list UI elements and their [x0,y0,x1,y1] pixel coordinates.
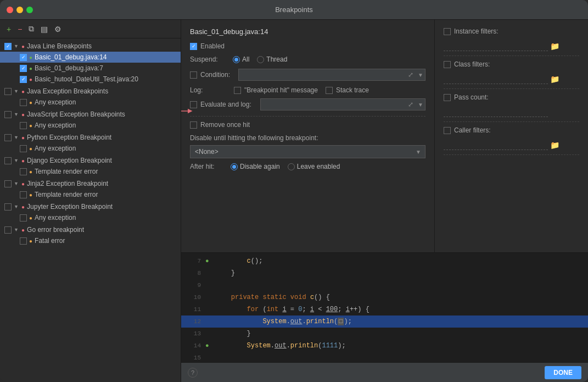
class-filters-folder-button[interactable]: 📁 [550,75,559,84]
instance-filters-text: Instance filters: [454,27,499,35]
item-checkbox-template-err-1[interactable] [20,168,27,175]
condition-expand-button[interactable]: ⤢ [408,71,413,79]
group-label-jinja-exception: Jinja2 Exception Breakpoint [27,180,108,187]
caller-filters-label[interactable]: Caller filters: [444,126,491,134]
tree-group-header-jupyter-exception[interactable]: ▼ ● Jupyter Exception Breakpoint [0,201,181,212]
instance-filters-folder-button[interactable]: 📁 [550,42,559,51]
instance-filters-input[interactable] [444,41,548,51]
breakpoint-item-any-ex-1[interactable]: ● Any exception [0,97,181,108]
item-checkbox-any-ex-1[interactable] [20,99,27,106]
tree-group-header-python-exception[interactable]: ▼ ● Python Exception Breakpoint [0,132,181,143]
breakpoint-item-template-err-2[interactable]: ● Template render error [0,189,181,200]
after-hit-leave-label: Leave enabled [297,163,340,170]
breakpoint-item-any-ex-2[interactable]: ● Any exception [0,120,181,131]
remove-once-hit-label[interactable]: Remove once hit [190,121,250,129]
close-button[interactable] [7,7,13,13]
suspend-all-option[interactable]: All [233,56,249,63]
item-checkbox-any-ex-4[interactable] [20,214,27,222]
instance-filters-label[interactable]: Instance filters: [444,27,499,35]
condition-checkbox[interactable] [190,71,197,79]
copy-breakpoint-button[interactable]: ⧉ [26,23,36,35]
instance-filters-checkbox[interactable] [444,28,451,35]
after-hit-disable-option[interactable]: Disable again [231,163,280,170]
tree-group-header-jinja-exception[interactable]: ▼ ● Jinja2 Exception Breakpoint [0,178,181,189]
log-breakpoint-hit-checkbox[interactable] [234,87,241,94]
group-checkbox-js-exception[interactable] [4,111,12,118]
evaluate-dropdown-button[interactable]: ▼ [418,102,423,108]
settings-button[interactable]: ⚙ [52,24,64,35]
breakpoint-item-fatal-err[interactable]: ● Fatal error [0,235,181,246]
group-checkbox-jinja-exception[interactable] [4,180,12,187]
item-label-any-ex-1: Any exception [35,98,76,106]
after-hit-leave-radio[interactable] [288,163,295,170]
log-stack-trace-checkbox[interactable] [326,87,333,94]
log-options: "Breakpoint hit" message Stack trace [234,86,425,94]
breakpoint-item-template-err-1[interactable]: ● Template render error [0,166,181,177]
add-breakpoint-button[interactable]: + [4,24,13,35]
after-hit-disable-radio[interactable] [231,163,238,170]
pass-count-checkbox[interactable] [444,94,451,101]
group-checkbox-go-error[interactable] [4,226,12,234]
code-line-12: 12 System.out.println(□); [181,315,588,328]
maximize-button[interactable] [26,7,33,13]
group-checkbox-java-line[interactable]: ✓ [4,43,12,50]
condition-checkbox-label[interactable]: Condition: [190,71,234,79]
condition-input[interactable] [238,69,425,81]
caller-filters-checkbox[interactable] [444,127,451,134]
enabled-checkbox[interactable]: ✓ [190,43,197,50]
remove-breakpoint-button[interactable]: − [15,24,24,35]
caller-filters-input[interactable] [444,140,548,150]
suspend-thread-label: Thread [266,56,287,63]
item-checkbox-hutool[interactable]: ✓ [20,76,27,83]
view-button[interactable]: ▤ [38,24,50,35]
minimize-button[interactable] [16,7,23,13]
evaluate-checkbox[interactable] [190,101,197,108]
breakpoint-item-basic01-7[interactable]: ✓ ● Basic_01_debug.java:7 [0,63,181,74]
group-checkbox-python-exception[interactable] [4,134,12,141]
after-hit-leave-option[interactable]: Leave enabled [288,163,340,170]
class-filters-input[interactable] [444,74,548,84]
group-label-jupyter-exception: Jupyter Exception Breakpoint [27,203,113,211]
tree-group-header-go-error[interactable]: ▼ ● Go error breakpoint [0,224,181,235]
section-divider-1 [190,116,425,117]
breakpoint-item-any-ex-4[interactable]: ● Any exception [0,212,181,223]
remove-once-hit-checkbox[interactable] [190,121,197,129]
log-stack-trace-label[interactable]: Stack trace [326,86,369,94]
item-checkbox-fatal-err[interactable] [20,237,27,245]
log-breakpoint-hit-label[interactable]: "Breakpoint hit" message [234,86,318,94]
code-panel: 7 ● c(); 8 } 9 [181,252,588,362]
suspend-thread-option[interactable]: Thread [257,56,287,63]
item-checkbox-any-ex-2[interactable] [20,122,27,129]
help-button[interactable]: ? [188,368,198,378]
class-filters-checkbox[interactable] [444,61,451,68]
class-filters-label[interactable]: Class filters: [444,60,490,68]
disable-until-select[interactable]: <None> [190,145,425,158]
item-checkbox-basic01-7[interactable]: ✓ [20,65,27,72]
tree-group-header-java-line[interactable]: ✓ ▼ ● Java Line Breakpoints [0,41,181,52]
breakpoint-item-hutool[interactable]: ✓ ● Basic_hutool_DateUtil_Test.java:20 [0,74,181,85]
evaluate-input[interactable] [260,98,425,110]
pass-count-input[interactable] [444,107,548,117]
group-checkbox-java-exception[interactable] [4,88,12,95]
caller-filters-folder-button[interactable]: 📁 [550,141,559,150]
tree-group-header-django-exception[interactable]: ▼ ● Django Exception Breakpoint [0,155,181,166]
breakpoint-item-basic01-14[interactable]: ✓ ● Basic_01_debug.java:14 [0,52,181,63]
group-checkbox-jupyter-exception[interactable] [4,203,12,211]
tree-group-header-java-exception[interactable]: ▼ ● Java Exception Breakpoints [0,86,181,97]
done-button[interactable]: DONE [545,366,581,379]
instance-filters-row: Instance filters: [444,27,579,35]
group-checkbox-django-exception[interactable] [4,157,12,164]
suspend-all-radio[interactable] [233,56,240,63]
suspend-thread-radio[interactable] [257,56,264,63]
item-checkbox-basic01-14[interactable]: ✓ [20,54,27,61]
item-checkbox-any-ex-3[interactable] [20,145,27,152]
enabled-checkbox-label[interactable]: ✓ Enabled [190,42,225,50]
class-filters-row: Class filters: [444,60,579,68]
evaluate-expand-button[interactable]: ⤢ [408,101,413,108]
item-checkbox-template-err-2[interactable] [20,191,27,198]
pass-count-label[interactable]: Pass count: [444,93,489,101]
tree-group-header-js-exception[interactable]: ▼ ● JavaScript Exception Breakpoints [0,109,181,120]
evaluate-checkbox-label[interactable]: Evaluate and log: [190,101,256,108]
breakpoint-item-any-ex-3[interactable]: ● Any exception [0,143,181,154]
condition-dropdown-button[interactable]: ▼ [418,72,423,78]
